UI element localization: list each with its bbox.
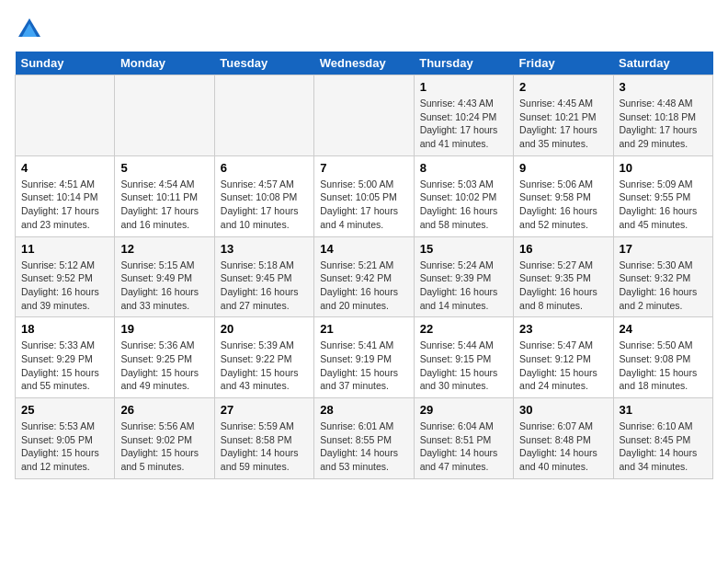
calendar-cell: 21Sunrise: 5:41 AM Sunset: 9:19 PM Dayli… [314, 317, 414, 398]
calendar-cell: 19Sunrise: 5:36 AM Sunset: 9:25 PM Dayli… [115, 317, 214, 398]
day-info: Sunrise: 5:21 AM Sunset: 9:42 PM Dayligh… [320, 259, 407, 313]
day-number: 27 [221, 403, 308, 417]
day-number: 12 [120, 242, 208, 256]
day-info: Sunrise: 5:36 AM Sunset: 9:25 PM Dayligh… [120, 339, 208, 393]
calendar-week-3: 11Sunrise: 5:12 AM Sunset: 9:52 PM Dayli… [16, 236, 713, 317]
day-number: 10 [620, 161, 707, 175]
day-info: Sunrise: 5:06 AM Sunset: 9:58 PM Dayligh… [519, 178, 607, 232]
day-number: 30 [519, 403, 607, 417]
day-info: Sunrise: 5:44 AM Sunset: 9:15 PM Dayligh… [420, 339, 507, 393]
calendar-cell: 8Sunrise: 5:03 AM Sunset: 10:02 PM Dayli… [414, 155, 513, 236]
day-number: 21 [320, 322, 407, 336]
calendar-cell [16, 75, 115, 156]
logo-icon [15, 15, 44, 44]
day-info: Sunrise: 6:10 AM Sunset: 8:45 PM Dayligh… [620, 419, 707, 474]
day-number: 11 [21, 242, 108, 256]
calendar-cell: 4Sunrise: 4:51 AM Sunset: 10:14 PM Dayli… [16, 155, 115, 236]
header-day-friday: Friday [514, 52, 613, 75]
calendar-cell: 1Sunrise: 4:43 AM Sunset: 10:24 PM Dayli… [414, 75, 513, 156]
day-info: Sunrise: 6:01 AM Sunset: 8:55 PM Dayligh… [320, 419, 407, 474]
day-number: 9 [519, 161, 607, 175]
day-info: Sunrise: 4:45 AM Sunset: 10:21 PM Daylig… [519, 97, 607, 151]
header-day-thursday: Thursday [414, 52, 513, 75]
day-info: Sunrise: 5:53 AM Sunset: 9:05 PM Dayligh… [21, 419, 108, 474]
day-info: Sunrise: 5:41 AM Sunset: 9:19 PM Dayligh… [320, 339, 407, 393]
calendar-cell: 5Sunrise: 4:54 AM Sunset: 10:11 PM Dayli… [115, 155, 214, 236]
calendar-cell: 18Sunrise: 5:33 AM Sunset: 9:29 PM Dayli… [16, 317, 115, 398]
day-number: 24 [620, 322, 707, 336]
day-number: 19 [120, 322, 208, 336]
calendar-cell: 7Sunrise: 5:00 AM Sunset: 10:05 PM Dayli… [314, 155, 414, 236]
day-number: 2 [519, 80, 607, 94]
calendar-cell: 15Sunrise: 5:24 AM Sunset: 9:39 PM Dayli… [414, 236, 513, 317]
calendar-table: SundayMondayTuesdayWednesdayThursdayFrid… [15, 52, 713, 479]
day-number: 4 [21, 161, 108, 175]
day-info: Sunrise: 5:39 AM Sunset: 9:22 PM Dayligh… [221, 339, 308, 393]
calendar-cell [214, 75, 313, 156]
calendar-cell [314, 75, 414, 156]
day-info: Sunrise: 5:18 AM Sunset: 9:45 PM Dayligh… [221, 259, 308, 313]
day-info: Sunrise: 4:57 AM Sunset: 10:08 PM Daylig… [221, 178, 308, 232]
day-info: Sunrise: 5:56 AM Sunset: 9:02 PM Dayligh… [120, 419, 208, 474]
calendar-week-1: 1Sunrise: 4:43 AM Sunset: 10:24 PM Dayli… [16, 75, 713, 156]
calendar-cell: 24Sunrise: 5:50 AM Sunset: 9:08 PM Dayli… [613, 317, 712, 398]
day-number: 16 [519, 242, 607, 256]
calendar-cell [115, 75, 214, 156]
day-info: Sunrise: 5:15 AM Sunset: 9:49 PM Dayligh… [120, 259, 208, 313]
day-info: Sunrise: 5:50 AM Sunset: 9:08 PM Dayligh… [620, 339, 707, 393]
day-number: 23 [519, 322, 607, 336]
calendar-week-5: 25Sunrise: 5:53 AM Sunset: 9:05 PM Dayli… [16, 398, 713, 479]
day-number: 15 [420, 242, 507, 256]
day-number: 25 [21, 403, 108, 417]
header-day-sunday: Sunday [16, 52, 115, 75]
day-number: 8 [420, 161, 507, 175]
header-day-wednesday: Wednesday [314, 52, 414, 75]
day-info: Sunrise: 5:09 AM Sunset: 9:55 PM Dayligh… [620, 178, 707, 232]
day-number: 3 [620, 80, 707, 94]
day-info: Sunrise: 6:04 AM Sunset: 8:51 PM Dayligh… [420, 419, 507, 474]
day-info: Sunrise: 5:03 AM Sunset: 10:02 PM Daylig… [420, 178, 507, 232]
logo [15, 15, 48, 44]
calendar-cell: 11Sunrise: 5:12 AM Sunset: 9:52 PM Dayli… [16, 236, 115, 317]
calendar-cell: 29Sunrise: 6:04 AM Sunset: 8:51 PM Dayli… [414, 398, 513, 479]
header [15, 15, 713, 44]
day-number: 14 [320, 242, 407, 256]
day-info: Sunrise: 6:07 AM Sunset: 8:48 PM Dayligh… [519, 419, 607, 474]
calendar-cell: 26Sunrise: 5:56 AM Sunset: 9:02 PM Dayli… [115, 398, 214, 479]
day-info: Sunrise: 5:59 AM Sunset: 8:58 PM Dayligh… [221, 419, 308, 474]
calendar-cell: 20Sunrise: 5:39 AM Sunset: 9:22 PM Dayli… [214, 317, 313, 398]
calendar-cell: 22Sunrise: 5:44 AM Sunset: 9:15 PM Dayli… [414, 317, 513, 398]
calendar-cell: 31Sunrise: 6:10 AM Sunset: 8:45 PM Dayli… [613, 398, 712, 479]
day-info: Sunrise: 4:54 AM Sunset: 10:11 PM Daylig… [120, 178, 208, 232]
calendar-cell: 6Sunrise: 4:57 AM Sunset: 10:08 PM Dayli… [214, 155, 313, 236]
day-number: 26 [120, 403, 208, 417]
day-number: 31 [620, 403, 707, 417]
day-number: 6 [221, 161, 308, 175]
calendar-cell: 9Sunrise: 5:06 AM Sunset: 9:58 PM Daylig… [514, 155, 613, 236]
day-number: 29 [420, 403, 507, 417]
day-number: 13 [221, 242, 308, 256]
calendar-cell: 14Sunrise: 5:21 AM Sunset: 9:42 PM Dayli… [314, 236, 414, 317]
calendar-cell: 16Sunrise: 5:27 AM Sunset: 9:35 PM Dayli… [514, 236, 613, 317]
day-number: 7 [320, 161, 407, 175]
calendar-cell: 30Sunrise: 6:07 AM Sunset: 8:48 PM Dayli… [514, 398, 613, 479]
calendar-week-2: 4Sunrise: 4:51 AM Sunset: 10:14 PM Dayli… [16, 155, 713, 236]
calendar-cell: 2Sunrise: 4:45 AM Sunset: 10:21 PM Dayli… [514, 75, 613, 156]
calendar-header: SundayMondayTuesdayWednesdayThursdayFrid… [16, 52, 713, 75]
calendar-cell: 13Sunrise: 5:18 AM Sunset: 9:45 PM Dayli… [214, 236, 313, 317]
day-info: Sunrise: 5:47 AM Sunset: 9:12 PM Dayligh… [519, 339, 607, 393]
day-info: Sunrise: 5:24 AM Sunset: 9:39 PM Dayligh… [420, 259, 507, 313]
calendar-cell: 28Sunrise: 6:01 AM Sunset: 8:55 PM Dayli… [314, 398, 414, 479]
day-info: Sunrise: 5:27 AM Sunset: 9:35 PM Dayligh… [519, 259, 607, 313]
header-day-monday: Monday [115, 52, 214, 75]
day-info: Sunrise: 5:33 AM Sunset: 9:29 PM Dayligh… [21, 339, 108, 393]
day-info: Sunrise: 4:48 AM Sunset: 10:18 PM Daylig… [620, 97, 707, 151]
day-number: 5 [120, 161, 208, 175]
day-info: Sunrise: 5:12 AM Sunset: 9:52 PM Dayligh… [21, 259, 108, 313]
day-number: 28 [320, 403, 407, 417]
calendar-cell: 17Sunrise: 5:30 AM Sunset: 9:32 PM Dayli… [613, 236, 712, 317]
calendar-cell: 27Sunrise: 5:59 AM Sunset: 8:58 PM Dayli… [214, 398, 313, 479]
header-day-tuesday: Tuesday [214, 52, 313, 75]
day-info: Sunrise: 4:51 AM Sunset: 10:14 PM Daylig… [21, 178, 108, 232]
day-number: 20 [221, 322, 308, 336]
